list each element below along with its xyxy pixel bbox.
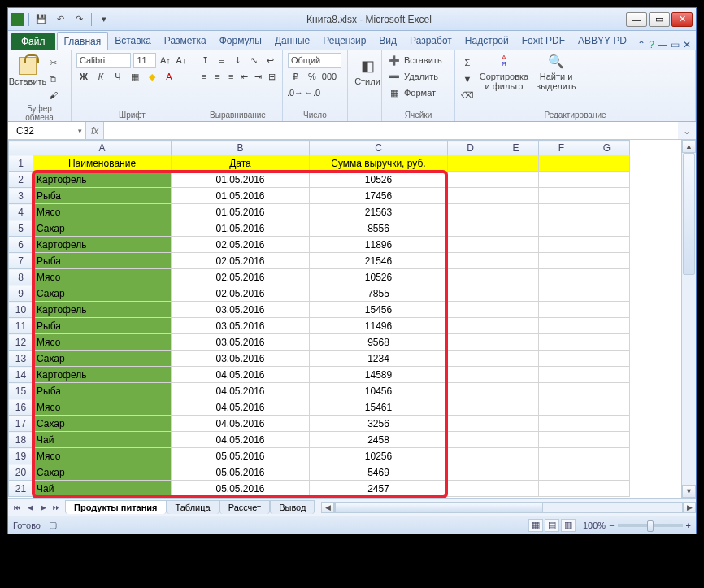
cell[interactable]: Чай <box>33 432 172 448</box>
cell[interactable] <box>493 155 539 172</box>
macro-record-icon[interactable]: ▢ <box>49 520 57 530</box>
cell[interactable] <box>584 155 630 172</box>
ribbon-minimize-icon[interactable]: ⌃ <box>637 39 645 50</box>
row-header[interactable]: 17 <box>9 416 33 432</box>
col-header-G[interactable]: G <box>584 141 630 155</box>
tab-рецензир[interactable]: Рецензир <box>316 32 372 50</box>
tab-разработ[interactable]: Разработ <box>403 32 458 50</box>
format-painter-icon[interactable]: 🖌 <box>46 88 60 102</box>
cell[interactable]: 21546 <box>310 253 448 269</box>
normal-view-icon[interactable]: ▦ <box>528 519 543 532</box>
cell[interactable] <box>539 253 584 269</box>
row-header[interactable]: 15 <box>9 383 33 399</box>
row-header[interactable]: 5 <box>9 220 33 237</box>
cut-icon[interactable]: ✂ <box>46 55 60 70</box>
cell[interactable] <box>584 237 630 253</box>
cell[interactable] <box>584 269 630 285</box>
percent-icon[interactable]: % <box>305 69 319 84</box>
cell[interactable]: Сахар <box>33 416 172 432</box>
col-header-B[interactable]: B <box>172 141 310 155</box>
cell[interactable]: 04.05.2016 <box>172 416 310 432</box>
cell[interactable] <box>539 399 584 416</box>
number-format-select[interactable]: Общий <box>288 53 341 68</box>
fx-icon[interactable]: fx <box>91 125 98 137</box>
cell[interactable] <box>493 204 539 220</box>
cell[interactable] <box>448 464 493 481</box>
cell[interactable]: 04.05.2016 <box>172 367 310 383</box>
cell[interactable] <box>448 237 493 253</box>
tab-nav-next-icon[interactable]: ▶ <box>37 502 49 513</box>
save-icon[interactable]: 💾 <box>33 11 50 28</box>
zoom-in-icon[interactable]: + <box>686 520 691 530</box>
row-header[interactable]: 3 <box>9 188 33 204</box>
cell[interactable] <box>584 399 630 416</box>
row-header[interactable]: 6 <box>9 237 33 253</box>
cell[interactable]: 2458 <box>310 432 448 448</box>
cell[interactable] <box>584 481 630 497</box>
find-select-button[interactable]: 🔍 Найти и выделить <box>533 52 579 91</box>
col-header-E[interactable]: E <box>493 141 539 155</box>
cell[interactable] <box>448 204 493 220</box>
cell[interactable]: 03.05.2016 <box>172 318 310 334</box>
cell[interactable] <box>448 155 493 172</box>
cell[interactable] <box>584 172 630 188</box>
cell[interactable] <box>448 172 493 188</box>
cell[interactable] <box>493 318 539 334</box>
cell[interactable] <box>448 188 493 204</box>
cell[interactable]: 02.05.2016 <box>172 237 310 253</box>
cell[interactable] <box>584 302 630 318</box>
zoom-level[interactable]: 100% <box>583 520 606 530</box>
sheet-tab[interactable]: Вывод <box>270 500 315 514</box>
cell[interactable] <box>584 432 630 448</box>
align-bottom-icon[interactable]: ⤓ <box>231 53 245 68</box>
row-header[interactable]: 2 <box>9 172 33 188</box>
font-name-select[interactable]: Calibri <box>76 53 131 68</box>
tab-abbyy pd[interactable]: ABBYY PD <box>571 32 633 50</box>
cell[interactable]: 03.05.2016 <box>172 351 310 367</box>
cell[interactable]: 05.05.2016 <box>172 481 310 497</box>
border-icon[interactable]: ▦ <box>128 69 142 84</box>
cell[interactable]: 01.05.2016 <box>172 204 310 220</box>
cell[interactable] <box>493 367 539 383</box>
font-size-select[interactable]: 11 <box>133 53 156 68</box>
cell[interactable] <box>448 481 493 497</box>
italic-button[interactable]: К <box>93 69 108 84</box>
cell[interactable]: Картофель <box>33 367 172 383</box>
cell[interactable]: 01.05.2016 <box>172 172 310 188</box>
cell[interactable] <box>493 448 539 464</box>
grow-font-icon[interactable]: A↑ <box>159 53 172 68</box>
cell[interactable] <box>584 220 630 237</box>
scroll-thumb[interactable] <box>683 153 695 275</box>
tab-данные[interactable]: Данные <box>268 32 316 50</box>
cell[interactable]: 3256 <box>310 416 448 432</box>
cell[interactable]: 2457 <box>310 481 448 497</box>
cell[interactable] <box>584 351 630 367</box>
cell[interactable] <box>539 204 584 220</box>
cell[interactable] <box>539 318 584 334</box>
cell[interactable] <box>493 351 539 367</box>
col-header-A[interactable]: A <box>33 141 172 155</box>
cell[interactable] <box>539 367 584 383</box>
cell[interactable] <box>493 383 539 399</box>
cell[interactable]: Дата <box>172 155 310 172</box>
cell[interactable]: 17456 <box>310 188 448 204</box>
cell[interactable] <box>584 383 630 399</box>
zoom-out-icon[interactable]: − <box>609 520 614 530</box>
cell[interactable]: Сахар <box>33 285 172 302</box>
cell[interactable] <box>448 334 493 351</box>
cell[interactable] <box>584 334 630 351</box>
cell[interactable]: Сахар <box>33 351 172 367</box>
cell[interactable]: 04.05.2016 <box>172 383 310 399</box>
undo-icon[interactable]: ↶ <box>52 11 68 28</box>
cell[interactable]: Мясо <box>33 269 172 285</box>
cell[interactable] <box>493 253 539 269</box>
cell[interactable]: Рыба <box>33 188 172 204</box>
cell[interactable] <box>539 220 584 237</box>
accounting-icon[interactable]: ₽ <box>288 69 302 84</box>
row-header[interactable]: 10 <box>9 302 33 318</box>
row-header[interactable]: 8 <box>9 269 33 285</box>
cell[interactable]: 21563 <box>310 204 448 220</box>
cell[interactable]: 10526 <box>310 172 448 188</box>
cell[interactable] <box>539 383 584 399</box>
cell[interactable]: 8556 <box>310 220 448 237</box>
